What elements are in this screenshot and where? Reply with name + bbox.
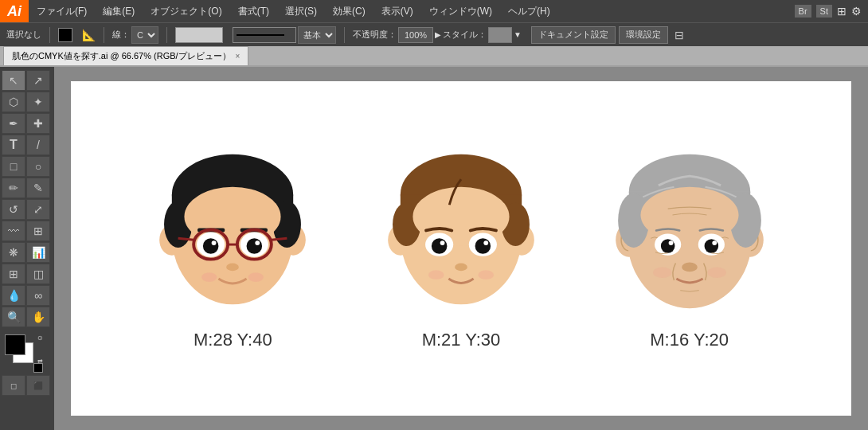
menu-edit[interactable]: 編集(E) xyxy=(95,2,143,22)
style-arrow[interactable]: ▼ xyxy=(514,30,522,39)
stroke-label-area: 線： C xyxy=(109,25,162,45)
pen-tool[interactable]: ✒ xyxy=(2,113,25,134)
direct-select-tool[interactable]: ↗ xyxy=(26,70,50,91)
svg-point-23 xyxy=(248,272,264,282)
tool-row-3: ✒ ✚ xyxy=(2,113,53,134)
opacity-arrow[interactable]: ▶ xyxy=(435,30,441,39)
document-tab[interactable]: 肌色のCMYK値を探す.ai @ 66.67% (RGB/プレビュー） × xyxy=(3,46,248,65)
svg-line-19 xyxy=(178,238,194,240)
stroke-text-label: 線： xyxy=(112,29,130,41)
screen-mode-btn[interactable]: ⬛ xyxy=(26,375,50,396)
svg-point-35 xyxy=(475,238,491,254)
svg-point-58 xyxy=(653,267,671,278)
ellipse-tool[interactable]: ○ xyxy=(26,156,50,177)
select-tool[interactable]: ↖ xyxy=(2,70,25,91)
type-tool[interactable]: T xyxy=(2,135,25,155)
stroke-indicator[interactable]: 📐 xyxy=(79,27,99,43)
blend-tool[interactable]: ∞ xyxy=(26,285,50,306)
gradient-tool[interactable]: ◫ xyxy=(26,264,50,284)
color-swatches: ⊙ ⇄ xyxy=(2,331,53,373)
line-tool[interactable]: / xyxy=(26,135,50,155)
fill-selector[interactable] xyxy=(172,25,226,45)
scale-tool[interactable]: ⤢ xyxy=(26,199,50,220)
face-young-label: M:28 Y:40 xyxy=(194,330,272,350)
swap-colors-icon[interactable]: ⇄ xyxy=(37,358,43,365)
opacity-label2: スタイル： xyxy=(443,29,487,41)
pencil-tool[interactable]: ✎ xyxy=(26,178,50,198)
tool-row-5: □ ○ xyxy=(2,156,53,177)
foreground-color-swatch[interactable] xyxy=(5,334,25,355)
stroke-style-selector[interactable]: 基本 xyxy=(229,25,339,45)
eyedropper-tool[interactable]: 💧 xyxy=(2,285,25,306)
tool-row-8: 〰 ⊞ xyxy=(2,221,53,241)
stroke-select[interactable]: C xyxy=(131,26,158,44)
selection-indicator: 選択なし xyxy=(3,27,45,42)
tool-row-12: 🔍 ✋ xyxy=(2,307,53,327)
more-options-icon[interactable]: ⊟ xyxy=(671,29,687,41)
warp-tool[interactable]: 〰 xyxy=(2,221,25,241)
face-elderly-container: M:16 Y:20 xyxy=(610,147,769,350)
svg-point-53 xyxy=(661,239,675,253)
face-elderly-label: M:16 Y:20 xyxy=(650,330,729,350)
menu-type[interactable]: 書式(T) xyxy=(230,2,277,22)
svg-point-37 xyxy=(483,240,488,245)
svg-point-7 xyxy=(185,187,281,246)
zoom-tool[interactable]: 🔍 xyxy=(2,307,25,327)
svg-point-13 xyxy=(247,238,263,254)
stroke-icon: 📐 xyxy=(82,29,96,41)
svg-point-12 xyxy=(203,238,219,254)
canvas-area: M:28 Y:40 xyxy=(54,67,868,430)
tab-close-button[interactable]: × xyxy=(236,52,240,61)
menu-window[interactable]: ウィンドウ(W) xyxy=(421,2,500,22)
column-graph-tool[interactable]: 📊 xyxy=(26,242,50,263)
apps-icon[interactable]: ⊞ xyxy=(837,5,846,18)
menu-view[interactable]: 表示(V) xyxy=(373,2,421,22)
canvas: M:28 Y:40 xyxy=(71,81,851,416)
tool-row-1: ↖ ↗ xyxy=(2,70,53,91)
fill-swatch[interactable] xyxy=(55,26,76,44)
style-swatch[interactable] xyxy=(488,27,512,43)
env-settings-button[interactable]: 環境設定 xyxy=(619,26,668,44)
toolbar: 選択なし 📐 線： C 基本 不透明度： ▶ スタイル： ▼ ドキュメント設定 … xyxy=(0,22,868,46)
svg-point-54 xyxy=(704,239,718,253)
brush-tool[interactable]: ✏ xyxy=(2,178,25,198)
settings-icon[interactable]: ⚙ xyxy=(851,5,862,18)
svg-line-20 xyxy=(272,238,287,240)
hand-tool[interactable]: ✋ xyxy=(26,307,50,327)
svg-point-34 xyxy=(432,238,448,254)
face-young-container: M:28 Y:40 xyxy=(153,147,312,350)
menu-effect[interactable]: 効果(C) xyxy=(325,2,373,22)
opacity-label: 不透明度： xyxy=(353,29,397,41)
svg-point-39 xyxy=(428,270,444,280)
menu-object[interactable]: オブジェクト(O) xyxy=(143,2,229,22)
svg-point-55 xyxy=(668,240,673,245)
tab-bar: 肌色のCMYK値を探す.ai @ 66.67% (RGB/プレビュー） × xyxy=(0,46,868,67)
rotate-tool[interactable]: ↺ xyxy=(2,199,25,220)
mesh-tool[interactable]: ⊞ xyxy=(2,264,25,284)
magic-wand-tool[interactable]: ✦ xyxy=(26,92,50,112)
svg-point-38 xyxy=(455,264,467,272)
menu-select[interactable]: 選択(S) xyxy=(277,2,325,22)
doc-settings-button[interactable]: ドキュメント設定 xyxy=(531,26,616,44)
lasso-tool[interactable]: ⬡ xyxy=(2,92,25,112)
svg-point-21 xyxy=(227,264,240,272)
stroke-weight-select[interactable]: 基本 xyxy=(298,26,336,44)
symbol-tool[interactable]: ❋ xyxy=(2,242,25,263)
rect-tool[interactable]: □ xyxy=(2,156,25,177)
opacity-input[interactable] xyxy=(398,27,433,43)
svg-point-15 xyxy=(256,240,260,245)
add-anchor-tool[interactable]: ✚ xyxy=(26,113,50,134)
bridge-icon[interactable]: Br xyxy=(795,5,811,18)
stock-icon[interactable]: St xyxy=(816,5,832,18)
menu-file[interactable]: ファイル(F) xyxy=(29,2,95,22)
svg-point-31 xyxy=(412,187,509,246)
main-layout: ↖ ↗ ⬡ ✦ ✒ ✚ T / □ ○ ✏ ✎ ↺ ⤢ 〰 ⊞ xyxy=(0,67,868,430)
free-transform-tool[interactable]: ⊞ xyxy=(26,221,50,241)
tool-row-9: ❋ 📊 xyxy=(2,242,53,263)
menu-help[interactable]: ヘルプ(H) xyxy=(500,2,558,22)
svg-point-56 xyxy=(712,240,717,245)
tool-row-2: ⬡ ✦ xyxy=(2,92,53,112)
face-elderly-svg xyxy=(610,147,769,314)
reset-colors-icon[interactable]: ⊙ xyxy=(37,334,43,342)
normal-mode-btn[interactable]: ◻ xyxy=(2,375,25,396)
